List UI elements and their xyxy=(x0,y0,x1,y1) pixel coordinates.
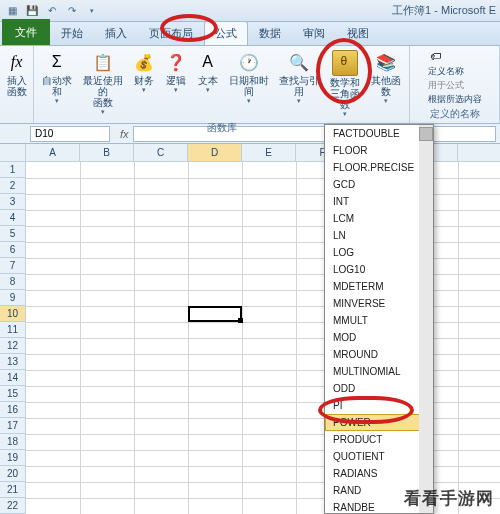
row-header[interactable]: 6 xyxy=(0,242,25,258)
math-functions-dropdown[interactable]: FACTDOUBLEFLOORFLOOR.PRECISEGCDINTLCMLNL… xyxy=(324,124,434,514)
tab-data[interactable]: 数据 xyxy=(248,21,292,45)
dropdown-item[interactable]: PRODUCT xyxy=(325,431,433,448)
dropdown-item[interactable]: MINVERSE xyxy=(325,295,433,312)
dropdown-item[interactable]: MDETERM xyxy=(325,278,433,295)
dropdown-item[interactable]: LOG10 xyxy=(325,261,433,278)
tab-insert[interactable]: 插入 xyxy=(94,21,138,45)
dropdown-scrollbar[interactable] xyxy=(419,125,433,513)
save-icon[interactable]: 💾 xyxy=(24,3,40,19)
financial-button[interactable]: 💰 财务 ▾ xyxy=(130,48,158,96)
fx-label-icon[interactable]: fx xyxy=(120,128,129,140)
dropdown-item[interactable]: PI xyxy=(325,397,433,414)
use-in-formula-link[interactable]: 用于公式 xyxy=(428,79,464,92)
tab-view[interactable]: 视图 xyxy=(336,21,380,45)
group-label-names: 定义的名称 xyxy=(430,106,480,122)
row-header[interactable]: 20 xyxy=(0,466,25,482)
row-header[interactable]: 9 xyxy=(0,290,25,306)
column-header[interactable]: E xyxy=(242,144,296,161)
tab-home[interactable]: 开始 xyxy=(50,21,94,45)
row-header[interactable]: 4 xyxy=(0,210,25,226)
ribbon: fx 插入函数 Σ 自动求和 ▾ 📋 最近使用的 函数 ▾ 💰 财务 ▾ ❓ xyxy=(0,46,500,124)
dropdown-item[interactable]: FLOOR.PRECISE xyxy=(325,159,433,176)
define-name-link[interactable]: 定义名称 xyxy=(428,65,464,78)
logical-button[interactable]: ❓ 逻辑 ▾ xyxy=(162,48,190,96)
column-header[interactable]: B xyxy=(80,144,134,161)
scrollbar-thumb[interactable] xyxy=(419,127,433,141)
insert-function-button[interactable]: fx 插入函数 xyxy=(3,48,31,99)
recent-icon: 📋 xyxy=(91,50,115,74)
dropdown-item[interactable]: GCD xyxy=(325,176,433,193)
chevron-down-icon: ▾ xyxy=(297,97,301,105)
select-all-corner[interactable] xyxy=(0,144,26,162)
row-header[interactable]: 5 xyxy=(0,226,25,242)
chevron-down-icon: ▾ xyxy=(343,110,347,118)
tab-formulas[interactable]: 公式 xyxy=(204,21,248,45)
dropdown-item[interactable]: RADIANS xyxy=(325,465,433,482)
chevron-down-icon: ▾ xyxy=(101,108,105,116)
dropdown-item[interactable]: ODD xyxy=(325,380,433,397)
row-header[interactable]: 1 xyxy=(0,162,25,178)
window-title: 工作簿1 - Microsoft E xyxy=(392,3,496,18)
dropdown-item[interactable]: MOD xyxy=(325,329,433,346)
recent-functions-button[interactable]: 📋 最近使用的 函数 ▾ xyxy=(80,48,126,118)
column-header[interactable]: C xyxy=(134,144,188,161)
dropdown-item[interactable]: MMULT xyxy=(325,312,433,329)
column-header[interactable]: D xyxy=(188,144,242,161)
row-header[interactable]: 3 xyxy=(0,194,25,210)
create-from-selection-link[interactable]: 根据所选内容 xyxy=(428,93,482,106)
row-header[interactable]: 15 xyxy=(0,386,25,402)
chevron-down-icon: ▾ xyxy=(247,97,251,105)
more-functions-button[interactable]: 📚 其他函数 ▾ xyxy=(367,48,405,107)
dropdown-item[interactable]: INT xyxy=(325,193,433,210)
dropdown-item[interactable]: FACTDOUBLE xyxy=(325,125,433,142)
column-header[interactable]: A xyxy=(26,144,80,161)
tab-review[interactable]: 审阅 xyxy=(292,21,336,45)
row-header[interactable]: 19 xyxy=(0,450,25,466)
qat-more-icon[interactable]: ▾ xyxy=(84,3,100,19)
row-header[interactable]: 18 xyxy=(0,434,25,450)
dropdown-item[interactable]: MROUND xyxy=(325,346,433,363)
row-headers[interactable]: 1234567891011121314151617181920212223242… xyxy=(0,162,26,514)
dropdown-item[interactable]: LOG xyxy=(325,244,433,261)
formula-bar[interactable] xyxy=(133,126,496,142)
tag-icon: 🏷 xyxy=(430,50,441,62)
fill-handle[interactable] xyxy=(238,318,243,323)
math-trig-button[interactable]: 数学和 三角函数 ▾ xyxy=(326,48,364,120)
row-header[interactable]: 7 xyxy=(0,258,25,274)
redo-icon[interactable]: ↷ xyxy=(64,3,80,19)
group-label-library: 函数库 xyxy=(207,120,237,136)
row-header[interactable]: 2 xyxy=(0,178,25,194)
row-header[interactable]: 16 xyxy=(0,402,25,418)
dropdown-item[interactable]: FLOOR xyxy=(325,142,433,159)
row-header[interactable]: 13 xyxy=(0,354,25,370)
excel-icon: ▦ xyxy=(4,3,20,19)
datetime-button[interactable]: 🕐 日期和时间 ▾ xyxy=(226,48,272,107)
name-manager-button[interactable]: 🏷 xyxy=(428,48,443,64)
undo-icon[interactable]: ↶ xyxy=(44,3,60,19)
tab-file[interactable]: 文件 xyxy=(2,19,50,45)
row-header[interactable]: 22 xyxy=(0,498,25,514)
dropdown-item[interactable]: POWER xyxy=(325,414,433,431)
title-bar: ▦ 💾 ↶ ↷ ▾ 工作簿1 - Microsoft E xyxy=(0,0,500,22)
financial-icon: 💰 xyxy=(132,50,156,74)
row-header[interactable]: 14 xyxy=(0,370,25,386)
row-header[interactable]: 8 xyxy=(0,274,25,290)
row-header[interactable]: 11 xyxy=(0,322,25,338)
lookup-button[interactable]: 🔍 查找与引用 ▾ xyxy=(276,48,322,107)
text-button[interactable]: A 文本 ▾ xyxy=(194,48,222,96)
row-header[interactable]: 17 xyxy=(0,418,25,434)
name-box[interactable]: D10 xyxy=(30,126,110,142)
dropdown-item[interactable]: QUOTIENT xyxy=(325,448,433,465)
chevron-down-icon: ▾ xyxy=(142,86,146,94)
selected-cell[interactable] xyxy=(188,306,242,322)
row-header[interactable]: 12 xyxy=(0,338,25,354)
autosum-button[interactable]: Σ 自动求和 ▾ xyxy=(38,48,76,107)
quick-access-toolbar: ▦ 💾 ↶ ↷ ▾ xyxy=(4,3,100,19)
dropdown-item[interactable]: MULTINOMIAL xyxy=(325,363,433,380)
dropdown-item[interactable]: LCM xyxy=(325,210,433,227)
math-book-icon xyxy=(332,50,358,76)
tab-layout[interactable]: 页面布局 xyxy=(138,21,204,45)
row-header[interactable]: 10 xyxy=(0,306,25,322)
row-header[interactable]: 21 xyxy=(0,482,25,498)
dropdown-item[interactable]: LN xyxy=(325,227,433,244)
